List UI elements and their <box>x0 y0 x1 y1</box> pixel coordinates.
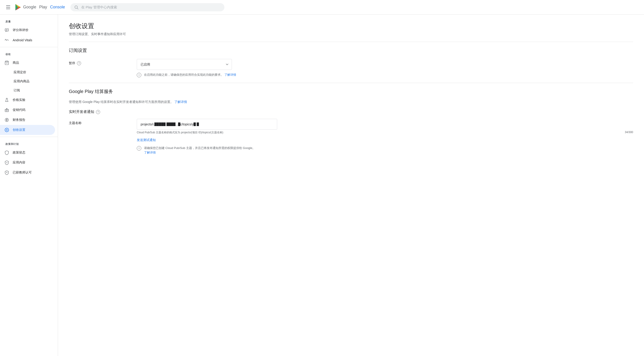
shield-icon <box>4 150 9 155</box>
monetize-settings-label: 创收设置 <box>13 128 25 132</box>
subscription-label: 订阅 <box>14 88 20 93</box>
svg-line-5 <box>77 8 78 9</box>
teacher-label: 已获教师认可 <box>13 170 32 174</box>
topic-input-wrapper <box>137 119 277 130</box>
app-content-label: 应用内容 <box>13 160 25 165</box>
financial-label: 财务报告 <box>13 118 25 122</box>
topic-name-row: 主题名称 Cloud Pub/Sub 主题名称的格式应为 projects/(项… <box>69 119 633 155</box>
pause-info-box: i 在启用此功能之前，请确保您的应用符合实现此功能的要求。 了解详情 <box>137 73 282 77</box>
logo[interactable]: Google Play Console <box>14 4 65 11</box>
pause-control-area: 已启用 已停用 i 在启用此功能之前，请确保您的应用符合实现此功能的要求。 了解… <box>137 59 633 77</box>
pause-label: 暂停 ? <box>69 59 137 65</box>
realtime-help-icon[interactable]: ? <box>96 110 100 114</box>
divider-1 <box>69 42 633 42</box>
sidebar-item-policy-status[interactable]: 政策状态 <box>0 148 55 157</box>
send-test-notification-link[interactable]: 发送测试通知 <box>137 138 156 142</box>
svg-rect-6 <box>5 29 8 31</box>
sidebar-item-app-content[interactable]: 应用内容 <box>0 157 55 167</box>
ratings-label: 评分和评价 <box>13 28 28 32</box>
topic-hint-text: Cloud Pub/Sub 主题名称的格式应为 projects/(项目 ID)… <box>137 131 223 134</box>
vitals-icon <box>4 38 9 42</box>
subscription-section-title: 订阅设置 <box>69 47 633 54</box>
cloud-info-box: i 请确保您已创建 Cloud Pub/Sub 主题，并且已将发布通知所需的权限… <box>137 146 282 155</box>
search-icon <box>74 5 78 10</box>
page-subtitle: 管理订阅设置、实时事件通知和应用许可 <box>69 32 633 36</box>
sidebar-item-in-app[interactable]: 应用内商品 <box>0 77 55 86</box>
hamburger-icon <box>6 6 10 9</box>
billing-learn-more-link[interactable]: 了解详情 <box>174 100 187 104</box>
realtime-section-title: 实时开发者通知 ? <box>69 109 633 114</box>
svg-point-13 <box>6 129 8 131</box>
sidebar-divider-1 <box>0 47 58 47</box>
shield2-icon <box>4 160 9 165</box>
pause-help-icon[interactable]: ? <box>77 61 81 65</box>
in-app-label: 应用内商品 <box>14 79 30 83</box>
sidebar-divider-2 <box>0 137 58 137</box>
app-pricing-label: 应用定价 <box>14 70 26 74</box>
sidebar-item-products[interactable]: 商品 <box>0 58 55 68</box>
menu-button[interactable] <box>4 3 13 12</box>
products-label: 商品 <box>13 61 19 65</box>
pause-info-text: 在启用此功能之前，请确保您的应用符合实现此功能的要求。 了解详情 <box>144 73 236 77</box>
sidebar-item-monetize-settings[interactable]: 创收设置 <box>0 125 55 135</box>
topic-control-area: Cloud Pub/Sub 主题名称的格式应为 projects/(项目 ID)… <box>137 119 633 155</box>
cart-icon <box>4 61 9 65</box>
pause-row: 暂停 ? 已启用 已停用 i <box>69 59 633 77</box>
sidebar-item-financial[interactable]: 财务报告 <box>0 115 55 125</box>
cloud-learn-more-link[interactable]: 了解详情 <box>144 151 156 154</box>
search-input[interactable] <box>81 5 221 9</box>
topic-name-input[interactable] <box>137 119 277 130</box>
gift-icon <box>4 108 9 112</box>
gear-icon <box>4 128 9 132</box>
sidebar-item-app-pricing[interactable]: 应用定价 <box>0 68 55 77</box>
topic-count: 34/300 <box>625 131 633 134</box>
play-logo-icon <box>14 4 22 11</box>
pause-learn-more-link[interactable]: 了解详情 <box>224 73 236 76</box>
policy-status-label: 政策状态 <box>13 150 25 155</box>
billing-section-title: Google Play 结算服务 <box>69 88 633 95</box>
pause-select-wrapper: 已启用 已停用 <box>137 59 232 70</box>
billing-subtitle: 管理使用 Google Play 结算库时在实时开发者通知和许可方面所用的设置。… <box>69 100 633 104</box>
sidebar-item-teacher[interactable]: 已获教师认可 <box>0 167 55 177</box>
promo-label: 促销代码 <box>13 108 25 112</box>
topbar: Google Play Console <box>0 0 644 15</box>
comment-icon <box>4 28 9 33</box>
info-icon-1: i <box>137 73 141 77</box>
cloud-info-text: 请确保您已创建 Cloud Pub/Sub 主题，并且已将发布通知所需的权限提供… <box>144 146 255 155</box>
sidebar-item-promo[interactable]: 促销代码 <box>0 105 55 115</box>
monetize-section-label: 创收 <box>0 49 58 58</box>
policy-section-label: 政策和计划 <box>0 139 58 148</box>
pricing-exp-label: 价格实验 <box>13 98 25 102</box>
shield3-icon <box>4 170 9 175</box>
beaker-icon <box>4 98 9 102</box>
topic-label: 主题名称 <box>69 119 137 125</box>
android-vitals-label: Android Vitals <box>13 38 32 42</box>
logo-text: Google Play Console <box>23 5 65 10</box>
sidebar-item-pricing-exp[interactable]: 价格实验 <box>0 95 55 105</box>
svg-point-14 <box>6 172 7 173</box>
search-bar <box>70 3 224 11</box>
sidebar-item-subscription[interactable]: 订阅 <box>0 86 55 95</box>
layout: 质量 评分和评价 Android Vitals 创收 <box>0 15 644 356</box>
quality-section-label: 质量 <box>0 16 58 25</box>
sidebar-item-android-vitals[interactable]: Android Vitals <box>0 35 55 45</box>
sidebar-item-ratings[interactable]: 评分和评价 <box>0 25 55 35</box>
page-title: 创收设置 <box>69 22 633 30</box>
pause-select[interactable]: 已启用 已停用 <box>137 59 232 70</box>
info-icon-2: i <box>137 146 141 150</box>
dollar-icon <box>4 118 9 122</box>
topic-hint-row: Cloud Pub/Sub 主题名称的格式应为 projects/(项目 ID)… <box>137 131 633 134</box>
main-content: 创收设置 管理订阅设置、实时事件通知和应用许可 订阅设置 暂停 ? 已启用 已停… <box>58 15 644 356</box>
sidebar: 质量 评分和评价 Android Vitals 创收 <box>0 15 58 356</box>
